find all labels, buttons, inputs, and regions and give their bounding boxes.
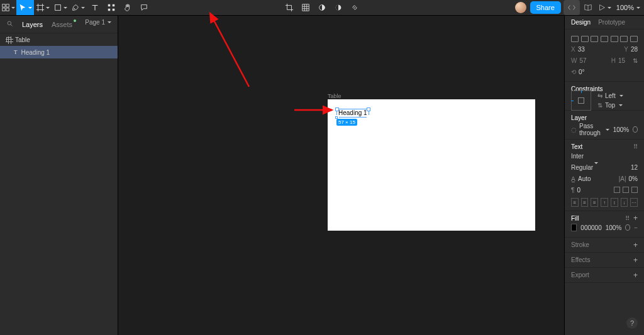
stroke-section[interactable]: Stroke+ (565, 238, 644, 253)
add-export-button[interactable]: + (633, 272, 638, 278)
text-layer-icon: T (14, 49, 18, 55)
fill-visibility-icon[interactable] (625, 224, 630, 231)
canvas[interactable]: Table Heading 1 57 × 15 (118, 16, 564, 335)
w-field[interactable]: W57 (571, 57, 587, 64)
layer-row-selected[interactable]: T Heading 1 (0, 46, 118, 58)
tab-layers[interactable]: Layers (22, 21, 43, 28)
font-size-field[interactable]: 12 (631, 164, 638, 171)
zoom-dropdown[interactable]: 100% (616, 4, 640, 11)
svg-rect-8 (108, 9, 111, 11)
h-field[interactable]: H15 (611, 57, 625, 64)
assets-indicator-dot (74, 19, 76, 22)
svg-rect-6 (108, 4, 111, 7)
shape-tool[interactable] (52, 0, 69, 15)
move-tool[interactable] (16, 0, 34, 15)
layer-opacity-field[interactable]: 100% (613, 126, 630, 133)
top-toolbar: Share 100% (0, 0, 644, 16)
present-icon[interactable] (596, 0, 613, 15)
text-settings-icon[interactable]: ⠿ (633, 143, 638, 150)
constraint-h-select[interactable]: ⇆Left (597, 92, 623, 99)
text-title: Text (571, 143, 582, 150)
font-weight-select[interactable]: Regular (571, 164, 598, 171)
paragraph-spacing-field[interactable]: ¶0 (571, 187, 580, 194)
svg-rect-0 (3, 4, 5, 7)
share-button[interactable]: Share (530, 1, 561, 14)
add-fill-button[interactable]: + (633, 215, 638, 222)
svg-rect-7 (113, 4, 115, 7)
help-button[interactable]: ? (626, 317, 638, 329)
link-icon[interactable] (347, 0, 363, 16)
artboard[interactable]: Heading 1 57 × 15 (328, 99, 535, 231)
avatar[interactable] (515, 2, 526, 13)
svg-rect-2 (3, 8, 5, 11)
resources-tool[interactable] (103, 0, 119, 15)
add-effect-button[interactable]: + (633, 257, 638, 263)
tab-design[interactable]: Design (571, 19, 591, 26)
tab-assets[interactable]: Assets (52, 21, 72, 28)
constraints-widget[interactable] (571, 91, 591, 111)
constraint-v-select[interactable]: ⇅Top (597, 102, 623, 109)
boolean-icon[interactable] (330, 0, 347, 16)
frame-icon (6, 37, 11, 42)
text-align-row[interactable]: ≡≡≡↑↕↓⋯ (571, 198, 638, 207)
search-icon[interactable] (6, 20, 13, 28)
dev-mode-toggle[interactable] (564, 0, 580, 15)
frame-label[interactable]: Table (328, 93, 341, 99)
crop-icon[interactable] (281, 0, 297, 16)
letter-spacing-field[interactable]: |A|0% (619, 175, 638, 182)
menu-icon[interactable] (0, 0, 16, 15)
dimension-badge: 57 × 15 (336, 119, 357, 126)
svg-rect-9 (113, 9, 115, 11)
selected-text-node[interactable]: Heading 1 (336, 109, 369, 118)
comment-tool[interactable] (136, 0, 152, 15)
svg-line-13 (210, 13, 249, 87)
x-field[interactable]: X33 (571, 46, 585, 53)
zoom-value: 100% (616, 4, 634, 11)
tab-prototype[interactable]: Prototype (598, 19, 625, 26)
lock-aspect-icon[interactable]: ⇅ (633, 57, 638, 64)
layer-row-frame[interactable]: Table (0, 33, 118, 46)
svg-point-12 (8, 21, 11, 25)
text-tool[interactable] (87, 0, 103, 15)
y-field[interactable]: Y28 (624, 46, 638, 53)
rotation-field[interactable]: ⟲0° (571, 69, 585, 75)
fill-style-icon[interactable]: ⠿ (625, 215, 630, 222)
text-resize-icons[interactable] (614, 187, 638, 193)
blend-mode-select[interactable]: ◌Pass through (571, 123, 609, 136)
fill-title: Fill (571, 215, 579, 222)
page-selector[interactable]: Page 1 (85, 19, 111, 26)
effects-section[interactable]: Effects+ (565, 253, 644, 268)
svg-rect-3 (6, 8, 9, 11)
add-stroke-button[interactable]: + (633, 242, 638, 248)
layer-text-label: Heading 1 (21, 49, 50, 56)
align-icons-row[interactable] (571, 33, 638, 43)
fill-swatch[interactable] (571, 224, 577, 231)
layout-grid-icon[interactable] (297, 0, 314, 16)
right-panel: Design Prototype X33 Y28 W57 H15 ⇅ ⟲0° C… (564, 16, 644, 335)
svg-rect-1 (6, 4, 9, 7)
layer-title: Layer (571, 114, 638, 121)
mask-icon[interactable] (314, 0, 330, 16)
svg-point-5 (74, 8, 75, 9)
remove-fill-icon[interactable]: − (634, 224, 638, 231)
export-section[interactable]: Export+ (565, 268, 644, 283)
library-icon[interactable] (580, 0, 596, 15)
svg-rect-4 (55, 5, 61, 11)
left-panel: Layers Assets Page 1 Table T Heading 1 (0, 16, 118, 335)
annotation-arrow-1 (205, 8, 255, 90)
layer-frame-label: Table (15, 36, 30, 43)
font-family-select[interactable]: Inter (571, 153, 584, 160)
frame-tool[interactable] (34, 0, 52, 15)
visibility-icon[interactable] (633, 126, 638, 133)
fill-row[interactable]: 000000 100% − (571, 222, 638, 233)
hand-tool[interactable] (119, 0, 136, 15)
line-height-field[interactable]: A̲Auto (571, 175, 591, 182)
pen-tool[interactable] (69, 0, 87, 15)
